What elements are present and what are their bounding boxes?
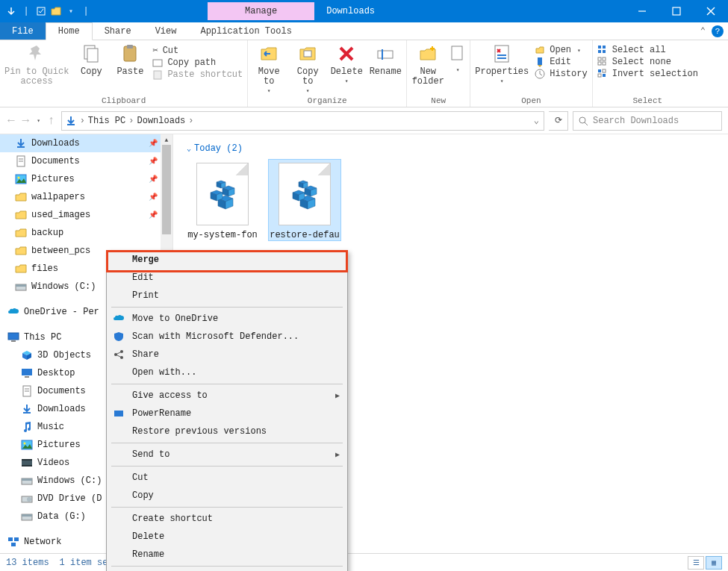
nav-quick-item[interactable]: used_images📌 — [0, 206, 172, 224]
search-box[interactable]: Search Downloads — [573, 111, 722, 131]
qat-down-arrow-icon[interactable] — [4, 4, 18, 19]
copy-to-button[interactable]: Copy to▾ — [291, 43, 324, 95]
paste-button[interactable]: Paste — [113, 43, 146, 77]
address-bar[interactable]: › This PC › Downloads › ⌄ — [61, 111, 544, 131]
ctx-share[interactable]: Share — [107, 346, 347, 363]
clipboard-group-label: Clipboard — [102, 95, 146, 107]
properties-button[interactable]: Properties▾ — [475, 43, 529, 85]
ctx-defender[interactable]: Scan with Microsoft Defender... — [107, 328, 347, 346]
ctx-sendto-label: Send to — [132, 449, 169, 460]
file-tile[interactable]: my-system-fon — [187, 160, 258, 240]
ctx-move-onedrive[interactable]: Move to OneDrive — [107, 310, 347, 328]
ctx-send-to[interactable]: Send to▶ — [107, 446, 347, 464]
history-icon — [535, 69, 545, 79]
svg-rect-27 — [603, 57, 606, 60]
select-none-button[interactable]: Select none — [597, 57, 698, 67]
search-placeholder: Search Downloads — [593, 116, 679, 126]
select-all-button[interactable]: Select all — [597, 45, 698, 55]
ctx-powerrename[interactable]: PowerRename — [107, 405, 347, 422]
qat-checkbox-icon[interactable] — [34, 4, 48, 19]
delete-button[interactable]: Delete▾ — [330, 43, 363, 85]
move-to-button[interactable]: Move to▾ — [252, 43, 285, 95]
rename-button[interactable]: Rename — [369, 43, 402, 77]
pastesc-icon — [152, 69, 163, 80]
help-icon[interactable]: ? — [712, 25, 724, 37]
crumb-chevron-icon[interactable]: › — [128, 116, 134, 126]
ctx-copy[interactable]: Copy — [107, 487, 347, 505]
view-large-icons-button[interactable]: ▦ — [706, 556, 722, 570]
minimize-button[interactable] — [625, 0, 659, 22]
qat-dropdown-icon[interactable]: ▾ — [64, 4, 78, 19]
copyto-icon — [297, 43, 318, 64]
ribbon-history-button[interactable]: History — [535, 69, 587, 79]
nav-quick-item[interactable]: backup — [0, 224, 172, 242]
view-details-button[interactable]: ☰ — [688, 556, 704, 570]
ctx-edit[interactable]: Edit — [107, 269, 347, 287]
ctx-give-access[interactable]: Give access to▶ — [107, 387, 347, 405]
scissors-icon: ✂ — [152, 45, 158, 56]
cut-button[interactable]: ✂Cut — [152, 45, 243, 56]
ctx-separator — [111, 443, 343, 443]
paste-shortcut-button[interactable]: Paste shortcut — [152, 69, 243, 80]
nav-quick-item[interactable]: Documents📌 — [0, 152, 172, 170]
defender-icon — [113, 331, 125, 343]
svg-rect-6 — [87, 49, 98, 62]
crumb-chevron-icon[interactable]: › — [80, 116, 85, 126]
crumb-chevron-icon[interactable]: › — [188, 116, 193, 126]
ctx-merge[interactable]: Merge — [107, 251, 347, 269]
collapse-ribbon-icon[interactable]: ⌃ — [700, 25, 706, 37]
ctx-create-shortcut[interactable]: Create shortcut — [107, 510, 347, 528]
ctx-open-with[interactable]: Open with... — [107, 363, 347, 381]
crumb-downloads[interactable]: Downloads — [137, 116, 185, 126]
apptools-tab[interactable]: Application Tools — [188, 22, 303, 40]
ctx-cut[interactable]: Cut — [107, 469, 347, 487]
nav-quick-item[interactable]: Downloads📌 — [0, 134, 172, 152]
crumb-thispc[interactable]: This PC — [88, 116, 125, 126]
share-tab[interactable]: Share — [93, 22, 143, 40]
scroll-up-icon[interactable]: ▲ — [161, 134, 172, 145]
up-button[interactable]: ↑ — [46, 114, 57, 128]
new-item-button[interactable]: ▾ — [450, 43, 465, 74]
scroll-thumb[interactable] — [162, 145, 171, 234]
ribbon-edit-button[interactable]: Edit — [535, 57, 587, 67]
back-button[interactable]: ← — [6, 114, 16, 128]
ctx-separator — [111, 307, 343, 308]
home-tab[interactable]: Home — [46, 22, 93, 40]
ctx-rename[interactable]: Rename — [107, 546, 347, 564]
invert-selection-button[interactable]: Invert selection — [597, 69, 698, 79]
nav-item-icon — [15, 191, 27, 203]
address-dropdown-icon[interactable]: ⌄ — [534, 115, 539, 126]
paste-label: Paste — [116, 67, 143, 77]
file-tile[interactable]: restore-defau — [269, 160, 340, 240]
svg-rect-66 — [11, 543, 16, 546]
ctx-restore-previous[interactable]: Restore previous versions — [107, 422, 347, 440]
pin-to-quick-access-button[interactable]: Pin to Quick access — [4, 43, 69, 87]
network-icon — [7, 536, 19, 548]
ribbon-open-button[interactable]: Open▾ — [535, 45, 587, 55]
nav-quick-item[interactable]: Pictures📌 — [0, 170, 172, 188]
close-button[interactable] — [694, 0, 728, 22]
nav-item-icon — [21, 349, 33, 361]
view-tab[interactable]: View — [143, 22, 189, 40]
organize-group-label: Organize — [308, 95, 347, 107]
ctx-delete[interactable]: Delete — [107, 528, 347, 546]
forward-button[interactable]: → — [21, 114, 31, 128]
svg-rect-28 — [598, 62, 601, 65]
manage-contextual-tab[interactable]: Manage — [208, 2, 314, 20]
svg-rect-24 — [598, 50, 601, 53]
group-header-today[interactable]: ⌄ Today (2) — [187, 143, 715, 154]
refresh-button[interactable]: ⟳ — [549, 111, 568, 131]
recent-locations-button[interactable]: ▾ — [35, 117, 42, 124]
nav-item-icon — [15, 227, 27, 239]
file-tab[interactable]: File — [0, 22, 46, 40]
new-folder-button[interactable]: New folder — [411, 43, 444, 87]
ctx-print[interactable]: Print — [107, 287, 347, 305]
ctx-restoreprev-label: Restore previous versions — [132, 426, 267, 437]
nav-quick-item[interactable]: wallpapers📌 — [0, 188, 172, 206]
copy-path-button[interactable]: Copy path — [152, 57, 243, 68]
nav-item-icon — [15, 209, 27, 221]
maximize-button[interactable] — [659, 0, 694, 22]
copy-button[interactable]: Copy — [75, 43, 108, 77]
qat-folder-icon[interactable] — [49, 4, 63, 19]
nav-item-label: Documents — [37, 386, 86, 396]
